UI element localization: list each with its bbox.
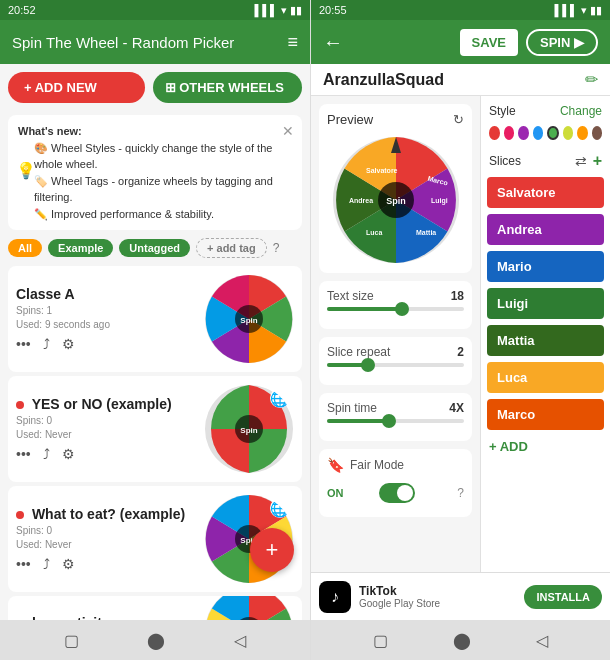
- wheel-thumbnail: Spin: [204, 596, 294, 620]
- menu-icon[interactable]: ≡: [287, 32, 298, 53]
- share-icon[interactable]: ⤴: [43, 336, 50, 352]
- edit-icon[interactable]: ✏: [585, 70, 598, 89]
- whats-new-line-1: 🎨 Wheel Styles - quickly change the styl…: [34, 140, 292, 173]
- right-top-bar: ← SAVE SPIN ▶: [311, 20, 610, 64]
- slice-item[interactable]: Luigi: [487, 288, 604, 319]
- globe-icon: 🌐: [270, 498, 290, 518]
- nav-square-icon[interactable]: ▢: [373, 631, 388, 650]
- wheel-spins: Spins: 0: [16, 524, 204, 538]
- more-icon[interactable]: •••: [16, 446, 31, 462]
- right-status-bar: 20:55 ▌▌▌ ▾ ▮▮: [311, 0, 610, 20]
- whats-new-line-2: 🏷️ Wheel Tags - organize wheels by taggi…: [34, 173, 292, 206]
- nav-home-icon[interactable]: ⬤: [453, 631, 471, 650]
- back-icon[interactable]: ←: [323, 31, 343, 54]
- color-dot-green[interactable]: [547, 126, 559, 140]
- right-content: Preview ↻ Marco Luig: [311, 96, 610, 572]
- right-bottom-nav: ▢ ⬤ ◁: [311, 620, 610, 660]
- slice-item[interactable]: Mario: [487, 251, 604, 282]
- nav-back-icon[interactable]: ◁: [234, 631, 246, 650]
- style-label: Style: [489, 104, 516, 118]
- fair-mode-toggle[interactable]: [379, 483, 415, 503]
- refresh-icon[interactable]: ↻: [453, 112, 464, 127]
- slice-repeat-thumb[interactable]: [361, 358, 375, 372]
- right-status-icons: ▌▌▌ ▾ ▮▮: [555, 4, 603, 17]
- other-wheels-button[interactable]: ⊞ OTHER WHEELS: [153, 72, 302, 103]
- dot-indicator: [16, 401, 24, 409]
- slices-actions: ⇄ +: [575, 152, 602, 170]
- settings-icon[interactable]: ⚙: [62, 336, 75, 352]
- wheel-spins: Spins: 0: [16, 414, 204, 428]
- advert-install-button[interactable]: INSTALLA: [524, 585, 602, 609]
- color-dot-red[interactable]: [489, 126, 500, 140]
- color-dot-purple[interactable]: [518, 126, 529, 140]
- add-slice-icon[interactable]: +: [593, 152, 602, 170]
- slice-item[interactable]: Marco: [487, 399, 604, 430]
- advert-title: TikTok: [359, 584, 516, 598]
- tag-row: All Example Untagged + add tag ?: [0, 234, 310, 262]
- slice-item[interactable]: Andrea: [487, 214, 604, 245]
- text-size-row: Text size 18: [327, 289, 464, 303]
- add-slice-button[interactable]: + ADD: [481, 433, 610, 460]
- wheel-name-row: AranzullaSquad ✏: [311, 64, 610, 96]
- add-new-button[interactable]: + ADD NEW: [8, 72, 145, 103]
- color-dot-brown[interactable]: [592, 126, 603, 140]
- preview-section: Preview ↻ Marco Luig: [319, 104, 472, 273]
- share-icon[interactable]: ⤴: [43, 556, 50, 572]
- spin-time-value: 4X: [449, 401, 464, 415]
- whats-new-close-icon[interactable]: ✕: [282, 121, 294, 142]
- wheel-actions: ••• ⤴ ⚙: [16, 446, 204, 462]
- style-change-link[interactable]: Change: [560, 104, 602, 118]
- more-icon[interactable]: •••: [16, 556, 31, 572]
- wheel-info: Classe A Spins: 1 Used: 9 seconds ago ••…: [16, 286, 204, 352]
- text-size-fill: [327, 307, 402, 311]
- style-colors-row: [481, 122, 610, 148]
- spin-button[interactable]: SPIN ▶: [526, 29, 598, 56]
- tag-add[interactable]: + add tag: [196, 238, 267, 258]
- wheel-name: YES or NO (example): [16, 396, 204, 412]
- slice-item[interactable]: Salvatore: [487, 177, 604, 208]
- color-dot-lime[interactable]: [563, 126, 574, 140]
- slices-label: Slices: [489, 154, 521, 168]
- color-dot-orange[interactable]: [577, 126, 588, 140]
- text-size-thumb[interactable]: [395, 302, 409, 316]
- fair-mode-icon-row: 🔖 Fair Mode: [327, 457, 464, 473]
- slice-item[interactable]: Mattia: [487, 325, 604, 356]
- shuffle-icon[interactable]: ⇄: [575, 153, 587, 169]
- table-row[interactable]: YES or NO (example) Spins: 0 Used: Never…: [8, 376, 302, 482]
- settings-icon[interactable]: ⚙: [62, 446, 75, 462]
- advert-text: TikTok Google Play Store: [359, 584, 516, 609]
- nav-square-icon[interactable]: ▢: [64, 631, 79, 650]
- wheel-spins: Spins: 1: [16, 304, 204, 318]
- slice-repeat-section: Slice repeat 2: [319, 337, 472, 385]
- table-row[interactable]: bon activity (example) Spin ⭐: [8, 596, 302, 620]
- slice-item[interactable]: Luca: [487, 362, 604, 393]
- wheel-actions: ••• ⤴ ⚙: [16, 556, 204, 572]
- preview-wheel-svg: Marco Luigi Mattia Luca Andrea Salvatore…: [331, 135, 461, 265]
- text-size-slider[interactable]: [327, 307, 464, 311]
- tag-untagged[interactable]: Untagged: [119, 239, 190, 257]
- nav-back-icon[interactable]: ◁: [536, 631, 548, 650]
- color-dot-pink[interactable]: [504, 126, 515, 140]
- svg-text:Spin: Spin: [386, 196, 406, 206]
- share-icon[interactable]: ⤴: [43, 446, 50, 462]
- more-icon[interactable]: •••: [16, 336, 31, 352]
- color-dot-blue[interactable]: [533, 126, 544, 140]
- slice-repeat-slider[interactable]: [327, 363, 464, 367]
- tag-example[interactable]: Example: [48, 239, 113, 257]
- spin-time-thumb[interactable]: [382, 414, 396, 428]
- spin-time-slider[interactable]: [327, 419, 464, 423]
- table-row[interactable]: Classe A Spins: 1 Used: 9 seconds ago ••…: [8, 266, 302, 372]
- save-button[interactable]: SAVE: [460, 29, 518, 56]
- tag-help-icon[interactable]: ?: [273, 241, 280, 255]
- nav-home-icon[interactable]: ⬤: [147, 631, 165, 650]
- tag-all[interactable]: All: [8, 239, 42, 257]
- right-main: Preview ↻ Marco Luig: [311, 96, 480, 572]
- fab-add-button[interactable]: +: [250, 528, 294, 572]
- right-panel: 20:55 ▌▌▌ ▾ ▮▮ ← SAVE SPIN ▶ AranzullaSq…: [310, 0, 610, 660]
- preview-header: Preview ↻: [327, 112, 464, 127]
- toggle-knob: [397, 485, 413, 501]
- settings-icon[interactable]: ⚙: [62, 556, 75, 572]
- wheel-svg-activity: Spin: [204, 596, 294, 620]
- text-size-section: Text size 18: [319, 281, 472, 329]
- fair-mode-help-icon[interactable]: ?: [457, 486, 464, 500]
